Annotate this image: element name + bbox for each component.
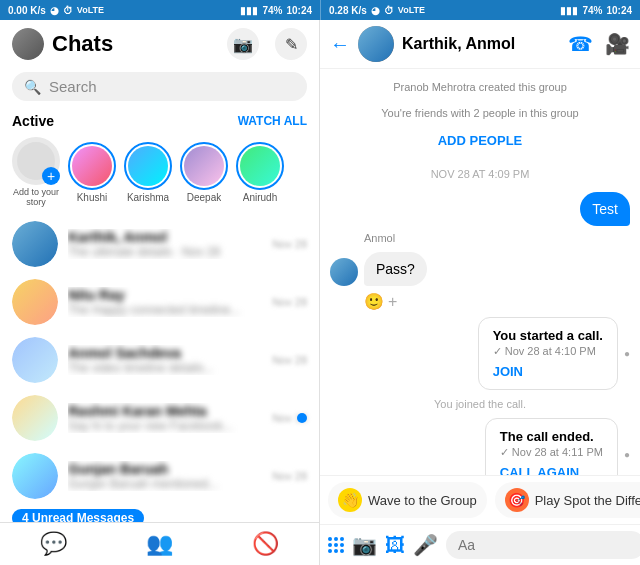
chat-name-0: Karthik, Anmol [68, 229, 262, 245]
chat-time-1: Nov 28 [272, 296, 307, 308]
call-ended-seen-icon: ● [624, 449, 630, 460]
add-story-avatar: + [12, 137, 60, 185]
msg-bubble-test: Test [580, 192, 630, 226]
search-container: 🔍 Search [0, 68, 319, 109]
chat-info-3: Rashmi Karan Mehta Say hi to your new Fa… [68, 403, 262, 433]
story-item-1[interactable]: Khushi [68, 142, 116, 203]
chats-title: Chats [52, 31, 113, 57]
chat-avatar-4 [12, 453, 58, 499]
left-panel: Chats 📷 ✎ 🔍 Search Active WATCH ALL [0, 20, 320, 565]
game-suggestion[interactable]: 🎯 Play Spot the Difference [495, 482, 640, 518]
messages-area: Pranob Mehrotra created this group You'r… [320, 69, 640, 475]
chat-name-3: Rashmi Karan Mehta [68, 403, 262, 419]
alarm-icon: ⏱ [63, 5, 73, 16]
story-label-4: Anirudh [243, 192, 277, 203]
voice-call-button[interactable]: ☎ [568, 32, 593, 56]
suggestions-row: 👋 Wave to the Group 🎯 Play Spot the Diff… [320, 475, 640, 524]
time-display: 10:24 [286, 5, 312, 16]
nav-discover-icon[interactable]: 🚫 [252, 531, 279, 557]
unread-messages-banner[interactable]: 4 Unread Messages [0, 505, 319, 522]
search-placeholder: Search [49, 78, 97, 95]
nav-people-icon[interactable]: 👥 [146, 531, 173, 557]
camera-icon-button[interactable]: 📷 [227, 28, 259, 60]
chat-preview-4: Gunjan Baruah mentioned... [68, 477, 262, 491]
right-bluetooth-icon: ◕ [371, 5, 380, 16]
join-button[interactable]: JOIN [493, 364, 603, 379]
right-volte-icon: VoLTE [398, 5, 425, 15]
you-joined-text: You joined the call. [330, 396, 630, 412]
chat-item-2[interactable]: Anmol Sachdeva The video timeline detail… [0, 331, 319, 389]
chat-item-3[interactable]: Rashmi Karan Mehta Say hi to your new Fa… [0, 389, 319, 447]
call-seen-icon: ● [624, 348, 630, 359]
unread-dot-3 [297, 413, 307, 423]
story-item-3[interactable]: Deepak [180, 142, 228, 203]
compose-icon-button[interactable]: ✎ [275, 28, 307, 60]
mic-input-button[interactable]: 🎤 [413, 533, 438, 557]
story-label-3: Deepak [187, 192, 221, 203]
search-box[interactable]: 🔍 Search [12, 72, 307, 101]
chat-item-4[interactable]: Gunjan Baruah Gunjan Baruah mentioned...… [0, 447, 319, 505]
msg-sender-anmol: Anmol [364, 232, 630, 244]
back-button[interactable]: ← [330, 33, 350, 56]
bottom-nav: 💬 👥 🚫 [0, 522, 319, 565]
chat-avatar-0 [12, 221, 58, 267]
nav-chat-icon[interactable]: 💬 [40, 531, 67, 557]
story-ring-3 [180, 142, 228, 190]
chat-info-2: Anmol Sachdeva The video timeline detail… [68, 345, 262, 375]
chat-name-4: Gunjan Baruah [68, 461, 262, 477]
chat-list: Karthik, Anmol The ultimate details · No… [0, 215, 319, 522]
more-options-button[interactable] [328, 537, 344, 553]
story-ring-2 [124, 142, 172, 190]
watch-all-button[interactable]: WATCH ALL [238, 114, 307, 128]
chat-name-2: Anmol Sachdeva [68, 345, 262, 361]
chat-avatar-2 [12, 337, 58, 383]
story-item-4[interactable]: Anirudh [236, 142, 284, 203]
wave-label: Wave to the Group [368, 493, 477, 508]
chat-time-2: Nov 28 [272, 354, 307, 366]
chat-name-1: Nitu Ray [68, 287, 262, 303]
right-contact-avatar[interactable] [358, 26, 394, 62]
call-ended-row: The call ended. ✓ Nov 28 at 4:11 PM CALL… [330, 418, 630, 475]
right-status-bar: 0.28 K/s ◕ ⏱ VoLTE ▮▮▮ 74% 10:24 [320, 0, 640, 20]
wave-icon: 👋 [338, 488, 362, 512]
call-started-text: You started a call. [493, 328, 603, 343]
friends-info: You're friends with 2 people in this gro… [330, 103, 630, 123]
date-divider: NOV 28 AT 4:09 PM [330, 162, 630, 186]
chat-time-0: Nov 28 [272, 238, 307, 250]
chat-item-1[interactable]: Nitu Ray The Happy connected timeline...… [0, 273, 319, 331]
gallery-input-button[interactable]: 🖼 [385, 534, 405, 557]
add-story-item[interactable]: + Add to yourstory [12, 137, 60, 207]
right-speed: 0.28 K/s [329, 5, 367, 16]
right-contact-name: Karthik, Anmol [402, 35, 560, 53]
right-time: 10:24 [606, 5, 632, 16]
wave-suggestion[interactable]: 👋 Wave to the Group [328, 482, 487, 518]
anmol-avatar [330, 258, 358, 286]
add-people-button[interactable]: ADD PEOPLE [330, 129, 630, 156]
video-call-button[interactable]: 🎥 [605, 32, 630, 56]
story-item-2[interactable]: Karishma [124, 142, 172, 203]
signal-icon: ▮▮▮ [240, 5, 258, 16]
story-label-1: Khushi [77, 192, 108, 203]
react-emoji-btn[interactable]: 🙂 [364, 292, 384, 311]
game-icon: 🎯 [505, 488, 529, 512]
add-story-label: Add to yourstory [13, 187, 59, 207]
left-speed: 0.00 K/s [8, 5, 46, 16]
call-ended-time: ✓ Nov 28 at 4:11 PM [500, 446, 603, 459]
active-section: Active WATCH ALL + Add to yourstory [0, 109, 319, 215]
active-label: Active [12, 113, 54, 129]
user-avatar[interactable] [12, 28, 44, 60]
call-again-button[interactable]: CALL AGAIN [500, 465, 603, 475]
chat-item-0[interactable]: Karthik, Anmol The ultimate details · No… [0, 215, 319, 273]
camera-input-button[interactable]: 📷 [352, 533, 377, 557]
search-icon: 🔍 [24, 79, 41, 95]
reaction-row: 🙂 + [364, 292, 630, 311]
react-add-btn[interactable]: + [388, 293, 397, 311]
chat-avatar-3 [12, 395, 58, 441]
right-panel: ← Karthik, Anmol ☎ 🎥 Pranob Mehrotra cre… [320, 20, 640, 565]
input-bar: 📷 🖼 🎤 🙂 👍 [320, 524, 640, 565]
message-input-field[interactable] [446, 531, 640, 559]
call-started-card: You started a call. ✓ Nov 28 at 4:10 PM … [478, 317, 618, 390]
chat-preview-1: The Happy connected timeline... [68, 303, 262, 317]
msg-bubble-pass: Pass? [364, 252, 427, 286]
chat-preview-0: The ultimate details · Nov 28 [68, 245, 262, 259]
